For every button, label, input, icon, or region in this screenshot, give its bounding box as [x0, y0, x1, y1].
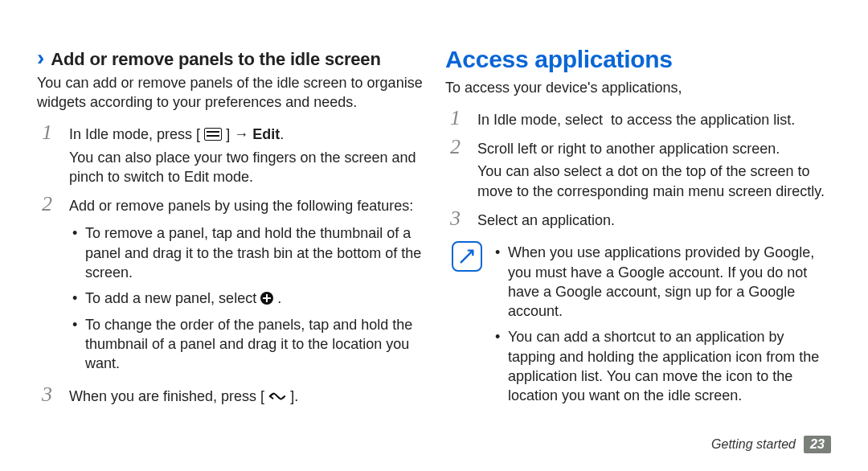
right-step2-text: Scroll left or right to another applicat…	[477, 141, 780, 157]
right-intro: To access your device's applications,	[445, 78, 831, 97]
right-step3-text: Select an application.	[477, 212, 615, 228]
left-heading: Add or remove panels to the idle screen	[51, 47, 380, 72]
note-icon	[452, 241, 482, 272]
note-bullets: When you use applications provided by Go…	[492, 240, 831, 408]
manual-page: › Add or remove panels to the idle scree…	[0, 0, 868, 471]
footer-page-number: 23	[804, 436, 831, 453]
left-step1-text-c: .	[280, 126, 284, 142]
menu-icon	[204, 128, 222, 141]
chevron-icon: ›	[37, 47, 44, 69]
left-steps: In Idle mode, press [ ] → Edit. You can …	[37, 120, 423, 411]
left-step2-text: Add or remove panels by using the follow…	[69, 198, 413, 214]
right-step-1: In Idle mode, select to access the appli…	[445, 105, 831, 134]
left-b3: To change the order of the panels, tap a…	[69, 312, 423, 377]
right-step-3: Select an application.	[445, 206, 831, 235]
right-steps: In Idle mode, select to access the appli…	[445, 105, 831, 235]
left-step1-text-a: In Idle mode, press [	[69, 126, 200, 142]
left-step1-bold: Edit	[252, 126, 280, 142]
left-column: › Add or remove panels to the idle scree…	[37, 39, 423, 471]
note-block: When you use applications provided by Go…	[445, 240, 831, 408]
back-icon	[268, 390, 286, 403]
left-step1-text-b: ] →	[226, 126, 252, 142]
left-step3-a: When you are finished, press [	[69, 388, 264, 404]
right-step1-a: In Idle mode, select	[477, 112, 607, 128]
left-step-2: Add or remove panels by using the follow…	[37, 191, 423, 381]
right-step-2: Scroll left or right to another applicat…	[445, 134, 831, 206]
right-step1-b: to access the application list.	[611, 112, 795, 128]
left-step1-sub: You can also place your two fingers on t…	[69, 148, 423, 187]
left-step-1: In Idle mode, press [ ] → Edit. You can …	[37, 120, 423, 191]
right-step2-sub: You can also select a dot on the top of …	[477, 162, 831, 201]
note-1: When you use applications provided by Go…	[492, 240, 831, 324]
footer-section: Getting started	[711, 436, 796, 453]
add-icon	[260, 292, 273, 305]
page-footer: Getting started 23	[711, 436, 831, 453]
note-2: You can add a shortcut to an application…	[492, 324, 831, 408]
left-intro: You can add or remove panels of the idle…	[37, 73, 423, 113]
right-heading: Access applications	[445, 43, 831, 76]
left-b2: To add a new panel, select .	[69, 285, 423, 311]
left-step-3: When you are finished, press [ ].	[37, 382, 423, 411]
heading-row: › Add or remove panels to the idle scree…	[37, 47, 423, 72]
left-step3-b: ].	[290, 388, 298, 404]
left-step2-bullets: To remove a panel, tap and hold the thum…	[69, 220, 423, 376]
left-b1: To remove a panel, tap and hold the thum…	[69, 220, 423, 285]
left-b2-b: .	[277, 290, 281, 306]
left-b2-a: To add a new panel, select	[85, 290, 260, 306]
right-column: Access applications To access your devic…	[445, 39, 831, 471]
